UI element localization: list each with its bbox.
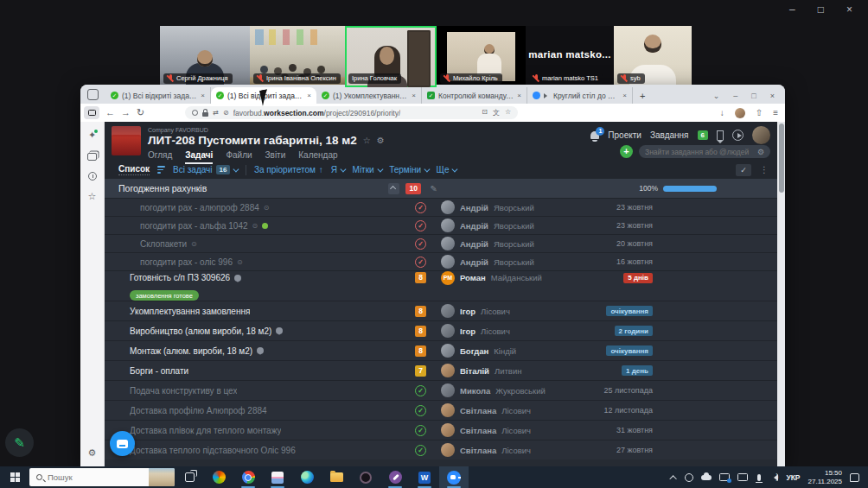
download-icon[interactable]: ↓ [720,108,724,117]
user-avatar[interactable] [752,126,770,144]
priority-badge[interactable]: 8 [415,272,426,283]
language-indicator[interactable]: УКР [786,473,800,482]
favorite-star-icon[interactable]: ☆ [363,136,371,145]
tracking-blocked-icon[interactable]: ⊘ [223,110,229,117]
tray-clock[interactable]: 15:50 27.11.2025 [808,469,842,486]
tab-files[interactable]: Файли [226,150,252,164]
browser-profile-avatar[interactable] [735,108,745,118]
tab-1[interactable]: ✓ (1) Всі відкриті задачі - АК-ІР-1 × [105,87,211,104]
forward-icon[interactable]: → [121,108,131,117]
filter-icon[interactable] [157,166,165,173]
ring-app-button[interactable] [351,466,380,488]
search-input[interactable] [645,148,757,156]
screen-share-icon[interactable] [719,473,730,481]
hidden-icons-chevron[interactable] [670,475,677,482]
zoom-minimize-button[interactable]: – [789,3,795,16]
video-tile-participant-4[interactable]: Михайло Кріль [437,26,526,87]
task-title[interactable]: Укомплектування замовлення [130,307,250,316]
filter-more[interactable]: Ще [437,165,456,174]
tab-4[interactable]: ✓ Контролюй команду, проект × [422,87,527,104]
zoom-close-button[interactable]: × [846,3,852,16]
task-title[interactable]: погодити рах - оліс 996 [140,257,233,267]
task-row[interactable]: Борги - оплати 7 ВіталійЛитвин 1 день [105,360,777,380]
browser-close-button[interactable]: × [770,92,775,100]
edge-button[interactable] [292,466,322,488]
tab-calendar[interactable]: Календар [298,150,337,164]
task-title[interactable]: Готовність с/п ПЗ 309626 [130,273,230,282]
collections-icon[interactable] [87,153,97,161]
task-row[interactable]: Доставка профілю Алюпроф 2884 ✓ Світлана… [105,400,777,420]
video-tile-participant-1[interactable]: Сергій Дражниця [160,26,250,87]
bookmark-star-icon[interactable]: ☆ [505,108,511,117]
zoom-app-button[interactable] [439,466,469,488]
filter-me[interactable]: Я [331,165,345,174]
favorites-star-icon[interactable]: ☆ [88,192,97,201]
priority-badge[interactable]: 8 [415,306,426,317]
task-title[interactable]: Монтаж (алюм. вироби, 18 м2) [130,346,252,356]
onedrive-cloud-icon[interactable] [701,475,712,480]
task-group-header[interactable]: Погодження рахунків 10 ✎ 100% [105,179,777,198]
history-icon[interactable] [88,172,97,181]
priority-badge[interactable]: 8 [415,326,426,337]
tab-overview[interactable]: Огляд [148,150,172,164]
tab-list-chevron-icon[interactable]: ⌄ [713,92,720,100]
task-title[interactable]: Виробництво (алюм вироби, 18 м2) [130,326,271,336]
annotation-pencil-button[interactable]: ✎ [5,428,34,457]
copilot-button[interactable] [204,466,233,488]
back-icon[interactable]: ← [105,108,115,117]
chrome-button[interactable] [233,466,263,488]
workspace-icon[interactable] [87,89,99,100]
video-tile-participant-6[interactable]: syb [614,26,692,87]
list-menu-kebab-icon[interactable]: ⋮ [760,165,769,174]
done-check-icon[interactable]: ✓ [415,405,426,416]
copilot-sparkle-icon[interactable]: ✦ [88,130,96,140]
done-check-icon[interactable]: ✓ [415,202,426,213]
edit-pencil-icon[interactable]: ✎ [430,184,437,193]
task-row[interactable]: погодити рах - алюпроф 2884⊙ ✓ АндрійЯво… [105,198,777,216]
translate-icon[interactable]: 文 [493,108,500,117]
bing-daily-image[interactable] [149,468,175,486]
browser-menu-icon[interactable]: ≡ [773,108,778,117]
add-task-button[interactable]: + [620,145,633,158]
task-title[interactable]: Доставка профілю Алюпроф 2884 [130,406,267,415]
floppy-app-button[interactable] [263,466,292,488]
word-button[interactable] [410,466,439,488]
task-view-button[interactable] [175,466,204,488]
video-tile-participant-3-active-speaker[interactable]: Ірина Головчак [345,26,437,87]
save-page-icon[interactable]: ⊡ [482,108,488,117]
select-done-icon[interactable]: ✓ [736,164,751,176]
start-button[interactable] [0,466,29,488]
tab-tasks[interactable]: Задачі [185,150,213,164]
microphone-icon[interactable] [757,474,761,481]
tab-5-playing-audio[interactable]: Круглий стіл до Дня Логіс × [527,87,633,104]
scrollbar[interactable] [777,122,785,466]
reload-icon[interactable]: ↻ [137,108,144,117]
notifications-bell-icon[interactable]: 1 [590,131,599,139]
task-title[interactable]: Доставка плівок для теплого монтажу [130,426,281,435]
project-logo[interactable] [112,126,141,155]
tab-reports[interactable]: Звіти [265,150,286,164]
done-check-icon[interactable]: ✓ [415,238,426,250]
address-bar[interactable]: ⇄ ⊘ favorbud.worksection.com/project/290… [185,106,518,119]
search-settings-gear-icon[interactable]: ⚙ [757,148,764,156]
scrollbar-thumb[interactable] [779,124,784,193]
done-check-icon[interactable]: ✓ [415,445,426,456]
done-check-icon[interactable]: ✓ [415,220,426,231]
done-check-icon[interactable]: ✓ [415,257,426,268]
task-title[interactable]: погодити рах - алюпроф 2884 [140,203,259,212]
project-settings-gear-icon[interactable]: ⚙ [377,136,385,145]
priority-badge[interactable]: 7 [415,365,426,377]
priority-badge[interactable]: 8 [415,345,426,357]
notification-center-icon[interactable] [850,473,859,482]
sidebar-settings-gear-icon[interactable]: ⚙ [88,448,97,458]
task-row[interactable]: Доставка теплого підставочного Оліс 996 … [105,440,777,459]
done-check-icon[interactable]: ✓ [415,425,426,436]
tab-close-icon[interactable]: × [307,92,311,99]
display-icon[interactable] [737,473,748,481]
menu-projects[interactable]: Проекти [608,130,641,140]
filter-terms[interactable]: Терміни [389,165,428,174]
task-row[interactable]: Склопакети⊙ ✓ АндрійЯворський 20 жовтня [105,234,777,252]
zoom-maximize-button[interactable]: □ [818,3,824,16]
tray-app-icon[interactable] [685,473,693,482]
task-row[interactable]: Готовність с/п ПЗ 309626 8 РМРоманМайдан… [105,270,777,301]
